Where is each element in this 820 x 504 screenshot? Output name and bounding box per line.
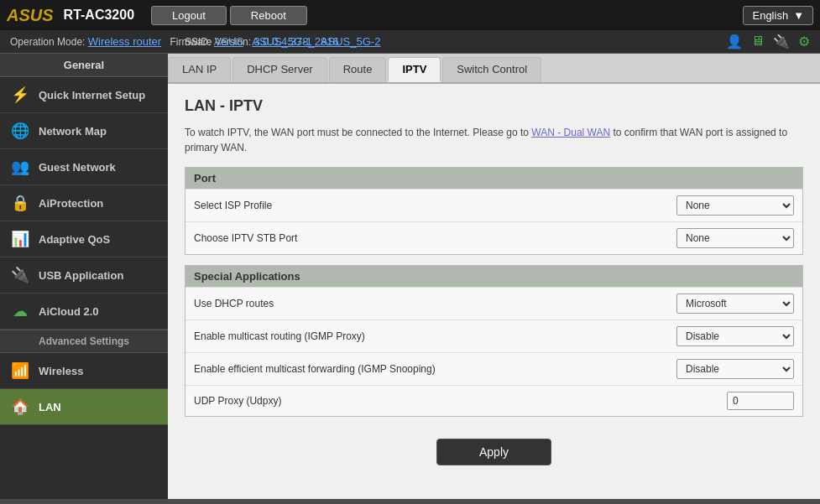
igmp-snooping-select[interactable]: Disable Enable [676, 359, 794, 379]
port-section: Port Select ISP Profile None Choose IPTV… [185, 167, 803, 255]
form-row-igmp-snooping: Enable efficient multicast forwarding (I… [185, 352, 802, 385]
form-row-stb-port: Choose IPTV STB Port None [185, 221, 802, 254]
main-layout: General ⚡ Quick Internet Setup 🌐 Network… [0, 54, 820, 499]
sidebar-item-quick-setup[interactable]: ⚡ Quick Internet Setup [0, 77, 168, 113]
wireless-icon: 📶 [10, 361, 30, 380]
udp-proxy-label: UDP Proxy (Udpxy) [194, 395, 727, 407]
sidebar-label-network-map: Network Map [39, 125, 107, 138]
stb-port-control: None [676, 228, 794, 248]
usb-icon: 🔌 [773, 34, 790, 49]
sidebar-label-aiprotection: AiProtection [39, 197, 103, 210]
sidebar-label-quick-setup: Quick Internet Setup [39, 89, 145, 101]
port-section-header: Port [185, 168, 802, 189]
guest-network-icon: 👥 [10, 158, 30, 176]
sidebar-item-adaptive-qos[interactable]: 📊 Adaptive QoS [0, 221, 168, 257]
sidebar-item-network-map[interactable]: 🌐 Network Map [0, 113, 168, 149]
dhcp-routes-select[interactable]: Microsoft No Yes [676, 294, 794, 314]
stb-port-label: Choose IPTV STB Port [194, 232, 676, 244]
sidebar-label-aicloud: AiCloud 2.0 [39, 305, 99, 318]
udp-proxy-control [727, 392, 794, 410]
igmp-snooping-control: Disable Enable [676, 359, 794, 379]
info-bar: Operation Mode: Wireless router Firmware… [0, 30, 820, 54]
ssid-link-2[interactable]: ASUS_5G-1 [252, 35, 312, 48]
ssid-link-3[interactable]: ASUS_5G-2 [321, 35, 381, 48]
operation-mode-label: Operation Mode: [10, 36, 88, 48]
dhcp-routes-control: Microsoft No Yes [676, 294, 794, 314]
form-row-isp-profile: Select ISP Profile None [185, 189, 802, 221]
settings-icon: ⚙ [798, 34, 810, 49]
top-bar: ASUS RT-AC3200 Logout Reboot English ▼ [0, 0, 820, 30]
description-text: To watch IPTV, the WAN port must be conn… [185, 125, 803, 155]
apply-button[interactable]: Apply [436, 439, 551, 465]
network-map-icon: 🌐 [10, 122, 30, 140]
sidebar-item-wireless[interactable]: 📶 Wireless [0, 353, 168, 389]
igmp-proxy-control: Disable Enable [676, 326, 794, 346]
ssid-link-1[interactable]: ASUS [214, 35, 243, 48]
sidebar-label-wireless: Wireless [39, 365, 83, 377]
aiprotection-icon: 🔒 [10, 194, 30, 212]
quick-setup-icon: ⚡ [10, 86, 30, 104]
usb-application-icon: 🔌 [10, 266, 30, 284]
chevron-down-icon: ▼ [793, 9, 804, 22]
igmp-snooping-label: Enable efficient multicast forwarding (I… [194, 363, 676, 375]
monitor-icon: 🖥 [751, 34, 765, 49]
sidebar-label-guest-network: Guest Network [39, 161, 116, 174]
reboot-button[interactable]: Reboot [230, 6, 307, 25]
wan-dual-wan-link[interactable]: WAN - Dual WAN [531, 127, 610, 138]
model-name: RT-AC3200 [64, 8, 134, 23]
top-buttons: Logout Reboot [151, 6, 307, 25]
tab-route[interactable]: Route [329, 57, 387, 82]
udp-proxy-input[interactable] [727, 392, 794, 410]
special-apps-header: Special Applications [185, 266, 802, 287]
advanced-settings-header: Advanced Settings [0, 330, 168, 353]
sidebar-label-lan: LAN [39, 401, 61, 413]
form-row-dhcp-routes: Use DHCP routes Microsoft No Yes [185, 287, 802, 320]
stb-port-select[interactable]: None [676, 228, 794, 248]
tab-iptv[interactable]: IPTV [388, 57, 441, 82]
form-row-udp-proxy: UDP Proxy (Udpxy) [185, 385, 802, 416]
isp-profile-select[interactable]: None [676, 195, 794, 216]
igmp-proxy-select[interactable]: Disable Enable [676, 326, 794, 346]
user-icon: 👤 [726, 34, 743, 49]
apply-row: Apply [185, 427, 803, 472]
adaptive-qos-icon: 📊 [10, 230, 30, 248]
operation-mode-link[interactable]: Wireless router [88, 35, 161, 48]
isp-profile-label: Select ISP Profile [194, 200, 676, 211]
dhcp-routes-label: Use DHCP routes [194, 298, 676, 309]
content-panel: LAN - IPTV To watch IPTV, the WAN port m… [168, 84, 820, 486]
language-selector[interactable]: English ▼ [743, 6, 813, 25]
language-label: English [752, 9, 788, 22]
logo-area: ASUS RT-AC3200 [7, 6, 134, 25]
status-icons: 👤 🖥 🔌 ⚙ [726, 34, 810, 49]
ssid-info: SSID: ASUS ASUS_5G-1 ASUS_5G-2 [185, 35, 380, 48]
tab-dhcp-server[interactable]: DHCP Server [232, 57, 327, 82]
tab-switch-control[interactable]: Switch Control [442, 57, 541, 82]
igmp-proxy-label: Enable multicast routing (IGMP Proxy) [194, 330, 676, 342]
sidebar: General ⚡ Quick Internet Setup 🌐 Network… [0, 54, 168, 499]
sidebar-item-aiprotection[interactable]: 🔒 AiProtection [0, 185, 168, 221]
sidebar-label-usb-application: USB Application [39, 269, 123, 282]
sidebar-item-usb-application[interactable]: 🔌 USB Application [0, 257, 168, 294]
logout-button[interactable]: Logout [151, 6, 227, 25]
isp-profile-control: None [676, 195, 794, 216]
asus-logo: ASUS [7, 6, 54, 25]
general-section-header: General [0, 54, 168, 77]
page-title: LAN - IPTV [185, 97, 803, 115]
tab-lan-ip[interactable]: LAN IP [168, 57, 231, 82]
sidebar-item-aicloud[interactable]: ☁ AiCloud 2.0 [0, 294, 168, 330]
lan-icon: 🏠 [10, 397, 30, 416]
sidebar-item-guest-network[interactable]: 👥 Guest Network [0, 149, 168, 185]
form-row-igmp-proxy: Enable multicast routing (IGMP Proxy) Di… [185, 320, 802, 352]
sidebar-label-adaptive-qos: Adaptive QoS [39, 233, 110, 246]
content-area: LAN IP DHCP Server Route IPTV Switch Con… [168, 54, 820, 499]
special-applications-section: Special Applications Use DHCP routes Mic… [185, 265, 803, 417]
tab-bar: LAN IP DHCP Server Route IPTV Switch Con… [168, 54, 820, 84]
sidebar-item-lan[interactable]: 🏠 LAN [0, 389, 168, 425]
aicloud-icon: ☁ [10, 302, 30, 320]
